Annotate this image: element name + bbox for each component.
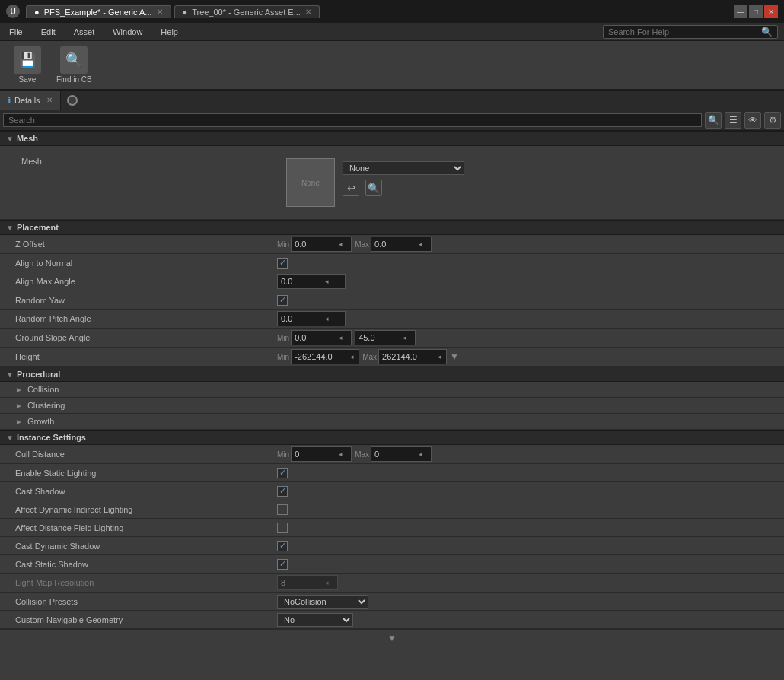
minimize-button[interactable]: — [734,5,747,18]
cull-max-input[interactable] [371,450,417,459]
find-icon: 🔍 [60,46,88,74]
height-max-field[interactable]: ◂ [378,349,447,364]
menu-help[interactable]: Help [158,26,181,38]
z-offset-max-field[interactable]: ◂ [371,237,432,252]
align-normal-value [274,256,784,270]
global-search-input[interactable] [608,27,761,37]
details-search-input[interactable] [3,113,702,127]
align-max-angle-arrow[interactable]: ◂ [323,278,330,285]
maximize-button[interactable]: □ [749,5,763,18]
height-label: Height [0,351,274,363]
menu-edit[interactable]: Edit [38,26,59,38]
instance-settings-section-header[interactable]: ▼ Instance Settings [0,430,784,445]
find-in-cb-button[interactable]: 🔍 Find in CB [52,43,97,87]
procedural-clustering-item[interactable]: ► Clustering [0,398,784,414]
tab-tree[interactable]: ● Tree_00* - Generic Asset E... ✕ [174,5,320,18]
ground-slope-max-field[interactable]: ◂ [355,330,416,345]
tab-pfs-example[interactable]: ● PFS_Example* - Generic A... ✕ [26,5,171,18]
ground-slope-max-input[interactable] [355,333,401,342]
instance-settings-collapse-arrow: ▼ [6,434,14,442]
height-value: Min ◂ Max ◂ ▼ [274,348,784,366]
collision-expand-arrow: ► [15,386,23,394]
menu-bar: File Edit Asset Window Help 🔍 [0,23,784,41]
cull-min-input[interactable] [292,450,337,459]
cull-max-field[interactable]: ◂ [371,446,432,462]
global-search-box[interactable]: 🔍 [603,25,778,39]
procedural-section-label: Procedural [17,370,60,379]
mesh-dropdown[interactable]: None [343,161,464,175]
z-offset-min-field[interactable]: ◂ [291,237,352,252]
align-max-angle-field[interactable]: ◂ [277,274,346,289]
light-map-resolution-label: Light Map Resolution [0,577,274,589]
random-pitch-field[interactable]: ◂ [277,311,346,326]
align-max-angle-value: ◂ [274,272,784,291]
details-list-icon-btn[interactable]: ☰ [725,112,741,129]
ground-slope-value: Min ◂ ◂ [274,329,784,347]
affect-distance-field-checkbox[interactable] [277,523,288,533]
z-offset-min-arrow[interactable]: ◂ [337,240,344,248]
scroll-down-indicator[interactable]: ▼ [0,629,784,647]
menu-file[interactable]: File [6,26,26,38]
light-map-resolution-field[interactable]: ◂ [277,575,338,590]
close-button[interactable]: ✕ [764,5,778,18]
procedural-growth-item[interactable]: ► Growth [0,414,784,430]
mesh-section-header[interactable]: ▼ Mesh [0,131,784,146]
z-offset-max-input[interactable] [371,240,417,249]
details-tab-close[interactable]: ✕ [46,96,53,104]
height-max-input[interactable] [379,352,436,361]
toolbar: 💾 Save 🔍 Find in CB [0,41,784,91]
height-min-input[interactable] [292,352,349,361]
collision-presets-dropdown[interactable]: NoCollision BlockAll OverlapAll [277,595,368,609]
cast-dynamic-shadow-checkbox[interactable] [277,541,288,551]
z-offset-min-input[interactable] [292,240,337,249]
details-tab[interactable]: ℹ Details ✕ [0,91,61,110]
mesh-search-btn[interactable]: 🔍 [365,180,382,196]
enable-static-lighting-label: Enable Static Lighting [0,467,274,479]
affect-dynamic-indirect-checkbox[interactable] [277,504,288,515]
cast-static-shadow-label: Cast Static Shadow [0,558,274,570]
cast-static-shadow-checkbox[interactable] [277,559,288,570]
z-offset-label: Z Offset [0,238,274,250]
align-max-angle-label: Align Max Angle [0,275,274,288]
mesh-back-btn[interactable]: ↩ [343,180,359,196]
placement-section-header[interactable]: ▼ Placement [0,220,784,235]
cast-shadow-checkbox[interactable] [277,486,288,497]
align-max-angle-input[interactable] [278,277,323,286]
random-pitch-input[interactable] [278,314,323,323]
custom-navigable-dropdown[interactable]: No Yes [277,613,353,627]
collision-presets-row: Collision Presets NoCollision BlockAll O… [0,593,784,611]
menu-asset[interactable]: Asset [71,26,98,38]
details-content[interactable]: ▼ Mesh Mesh None None ↩ 🔍 [0,131,784,680]
menu-window[interactable]: Window [110,26,145,38]
affect-dynamic-indirect-label: Affect Dynamic Indirect Lighting [0,504,274,516]
height-expand-btn[interactable]: ▼ [450,351,459,362]
light-map-resolution-row: Light Map Resolution ◂ [0,574,784,593]
procedural-section-header[interactable]: ▼ Procedural [0,367,784,382]
global-search-icon: 🔍 [761,27,773,37]
ground-slope-min-field[interactable]: ◂ [291,330,352,345]
align-normal-checkbox[interactable] [277,258,288,269]
window-controls: — □ ✕ [734,5,778,18]
tab-close-1[interactable]: ✕ [157,8,163,16]
height-min-field[interactable]: ◂ [291,349,359,364]
tab-close-2[interactable]: ✕ [305,8,311,16]
mesh-dropdown-row: None [343,161,464,175]
cull-distance-label: Cull Distance [0,448,274,460]
z-offset-row: Z Offset Min ◂ Max ◂ [0,235,784,254]
random-yaw-checkbox[interactable] [277,295,288,306]
enable-static-lighting-checkbox[interactable] [277,468,288,478]
growth-expand-arrow: ► [15,418,23,426]
z-offset-max-arrow[interactable]: ◂ [417,240,424,248]
details-search-icon-btn[interactable]: 🔍 [705,112,722,129]
details-settings-icon-btn[interactable]: ⚙ [764,112,781,129]
procedural-collision-item[interactable]: ► Collision [0,382,784,398]
light-map-resolution-input[interactable] [278,578,323,587]
save-button[interactable]: 💾 Save [9,43,46,87]
mesh-label: Mesh [6,152,280,167]
details-eye-icon-btn[interactable]: 👁 [744,112,761,129]
ground-slope-min-input[interactable] [292,333,337,342]
random-pitch-arrow[interactable]: ◂ [323,315,330,323]
growth-label: Growth [27,417,54,426]
cull-min-field[interactable]: ◂ [291,446,352,462]
enable-static-lighting-row: Enable Static Lighting [0,464,784,482]
